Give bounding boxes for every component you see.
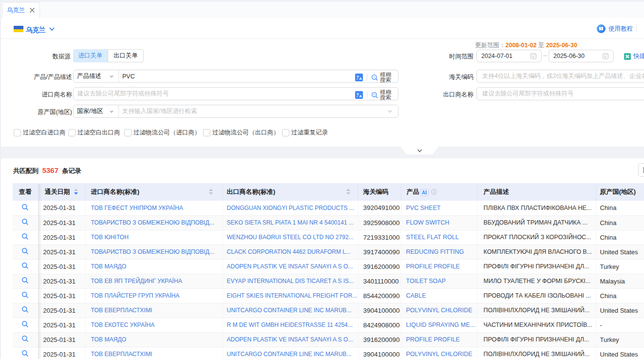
svg-text:A: A xyxy=(359,94,362,98)
svg-text:A: A xyxy=(359,76,362,81)
